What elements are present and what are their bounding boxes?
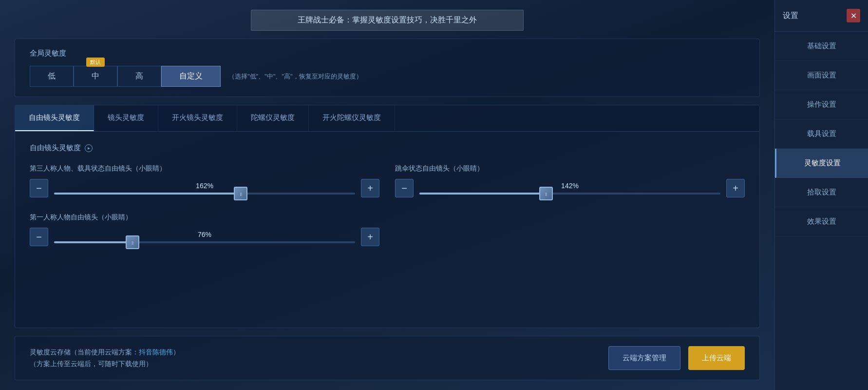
slider-group-first-person: 第一人称人物自由镜头（小眼睛） − 76% + (30, 213, 379, 246)
sidebar-item-graphics[interactable]: 画面设置 (775, 61, 868, 90)
global-sensitivity-section: 全局灵敏度 低 默认 中 高 自定义 （选择"低"、"中"、"高"，恢复至对应的… (15, 39, 760, 97)
slider-label-third-person: 第三人称人物、载具状态自由镜头（小眼睛） (30, 164, 379, 173)
cloud-storage-bar: 灵敏度云存储（当前使用云端方案：抖音陈德伟） （方案上传至云端后，可随时下载使用… (15, 336, 760, 380)
sidebar-item-effect[interactable]: 效果设置 (775, 207, 868, 236)
slider-wrapper-first-person: 76% (54, 231, 355, 243)
slider-label-first-person: 第一人称人物自由镜头（小眼睛） (30, 213, 379, 222)
main-content: 王牌战士必备：掌握灵敏度设置技巧，决胜千里之外 全局灵敏度 低 默认 中 高 自… (0, 0, 774, 390)
preset-btn-mid[interactable]: 默认 中 (74, 66, 117, 87)
slider-decrease-first-person[interactable]: − (30, 228, 48, 246)
default-badge: 默认 (86, 58, 105, 67)
slider-thumb-first-person[interactable] (126, 235, 139, 249)
preset-btn-custom[interactable]: 自定义 (161, 66, 221, 87)
slider-decrease-third-person[interactable]: − (30, 179, 48, 197)
slider-row-parachute: − 142% + (395, 179, 745, 197)
tabs-section: 自由镜头灵敏度 镜头灵敏度 开火镜头灵敏度 陀螺仪灵敏度 开火陀螺仪灵敏度 自由… (15, 105, 760, 328)
preset-hint: （选择"低"、"中"、"高"，恢复至对应的灵敏度） (228, 72, 362, 81)
slider-fill-third-person (54, 193, 241, 195)
slider-increase-third-person[interactable]: + (361, 179, 379, 197)
sidebar-item-control[interactable]: 操作设置 (775, 90, 868, 119)
slider-thumb-third-person[interactable] (234, 187, 247, 200)
cloud-info-line2: （方案上传至云端后，可随时下载使用） (30, 358, 180, 370)
tab-cam[interactable]: 镜头灵敏度 (94, 105, 158, 131)
sub-section-title: 自由镜头灵敏度 ▸ (30, 143, 745, 153)
banner: 王牌战士必备：掌握灵敏度设置技巧，决胜千里之外 (251, 10, 524, 31)
preset-btn-high[interactable]: 高 (117, 66, 161, 87)
tabs-row: 自由镜头灵敏度 镜头灵敏度 开火镜头灵敏度 陀螺仪灵敏度 开火陀螺仪灵敏度 (15, 105, 759, 132)
sidebar-item-pickup[interactable]: 拾取设置 (775, 178, 868, 207)
slider-thumb-parachute[interactable] (539, 187, 553, 200)
preset-btn-low[interactable]: 低 (30, 66, 74, 87)
slider-wrapper-third-person: 162% (54, 182, 355, 195)
slider-group-parachute: 跳伞状态自由镜头（小眼睛） − 142% + (395, 164, 745, 197)
sidebar-title: 设置 (783, 11, 798, 21)
slider-track-third-person[interactable] (54, 193, 355, 195)
slider-value-parachute: 142% (561, 182, 579, 190)
slider-label-parachute: 跳伞状态自由镜头（小眼睛） (395, 164, 745, 173)
close-button[interactable]: ✕ (847, 9, 860, 22)
cloud-highlight: 抖音陈德伟 (139, 348, 173, 356)
sliders-grid: 第三人称人物、载具状态自由镜头（小眼睛） − 162% + (30, 164, 745, 246)
slider-row-first-person: − 76% + (30, 228, 379, 246)
tab-fire-gyro[interactable]: 开火陀螺仪灵敏度 (309, 105, 395, 131)
cloud-buttons: 云端方案管理 上传云端 (608, 346, 745, 370)
slider-fill-first-person (54, 241, 132, 243)
slider-value-first-person: 76% (198, 231, 211, 238)
banner-text: 王牌战士必备：掌握灵敏度设置技巧，决胜千里之外 (298, 16, 477, 24)
tab-fire-cam[interactable]: 开火镜头灵敏度 (158, 105, 237, 131)
sidebar-item-basic[interactable]: 基础设置 (775, 32, 868, 61)
slider-increase-first-person[interactable]: + (361, 228, 379, 246)
tab-gyro[interactable]: 陀螺仪灵敏度 (237, 105, 309, 131)
cloud-info-line1: 灵敏度云存储（当前使用云端方案：抖音陈德伟） (30, 347, 180, 358)
slider-increase-parachute[interactable]: + (726, 179, 745, 197)
slider-decrease-parachute[interactable]: − (395, 179, 414, 197)
tab-content: 自由镜头灵敏度 ▸ 第三人称人物、载具状态自由镜头（小眼睛） − 162% (15, 132, 759, 258)
slider-wrapper-parachute: 142% (419, 182, 720, 195)
sidebar: 设置 ✕ 基础设置 画面设置 操作设置 载具设置 灵敏度设置 拾取设置 效果设置 (774, 0, 868, 390)
slider-track-parachute[interactable] (419, 193, 720, 195)
slider-row-third-person: − 162% + (30, 179, 379, 197)
slider-value-third-person: 162% (196, 182, 213, 190)
info-icon[interactable]: ▸ (85, 144, 93, 152)
slider-group-third-person: 第三人称人物、载具状态自由镜头（小眼睛） − 162% + (30, 164, 379, 197)
preset-buttons-row: 低 默认 中 高 自定义 （选择"低"、"中"、"高"，恢复至对应的灵敏度） (30, 66, 745, 87)
sidebar-item-vehicle[interactable]: 载具设置 (775, 119, 868, 149)
cloud-upload-button[interactable]: 上传云端 (688, 346, 745, 370)
slider-fill-parachute (419, 193, 546, 195)
cloud-manage-button[interactable]: 云端方案管理 (608, 346, 680, 370)
global-sensitivity-label: 全局灵敏度 (30, 49, 745, 58)
tab-free-cam[interactable]: 自由镜头灵敏度 (15, 105, 94, 131)
sidebar-item-sensitivity[interactable]: 灵敏度设置 (775, 149, 868, 178)
sidebar-header: 设置 ✕ (775, 0, 868, 32)
slider-track-first-person[interactable] (54, 241, 355, 243)
cloud-info: 灵敏度云存储（当前使用云端方案：抖音陈德伟） （方案上传至云端后，可随时下载使用… (30, 347, 180, 370)
